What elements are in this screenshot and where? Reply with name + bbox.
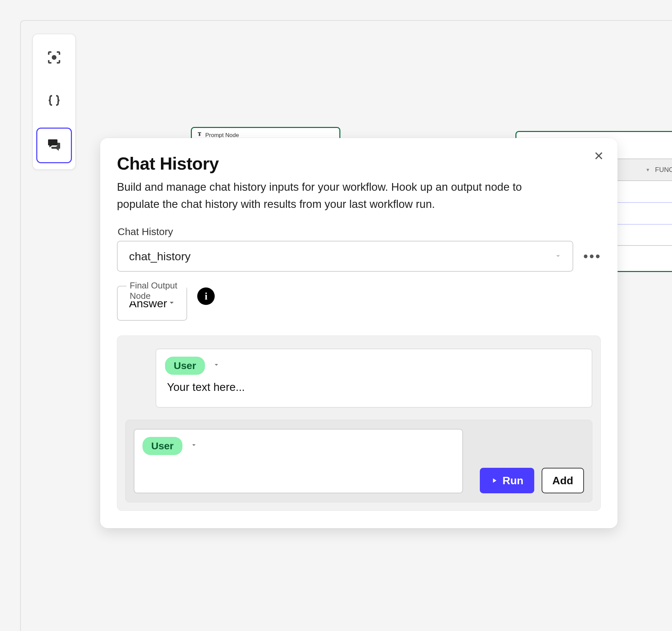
final-output-select[interactable]: Final Output Node Answer (117, 286, 187, 321)
info-icon: i (205, 291, 207, 302)
svg-point-0 (52, 55, 56, 60)
role-dropdown-button[interactable] (190, 441, 198, 451)
message-card[interactable]: User Your text here... (155, 349, 592, 408)
final-output-label: Final Output Node (126, 280, 187, 301)
chat-history-label: Chat History (118, 226, 601, 237)
message-input-field[interactable]: User (134, 429, 463, 493)
add-button[interactable]: Add (542, 468, 584, 493)
focus-icon (46, 49, 62, 67)
final-output-info-button[interactable]: i (197, 287, 215, 305)
run-label: Run (503, 475, 524, 487)
panel-title: Chat History (117, 153, 601, 174)
panel-description: Build and manage chat history inputs for… (117, 178, 560, 212)
message-text[interactable]: Your text here... (165, 381, 583, 394)
chat-history-select[interactable]: chat_history (117, 241, 573, 272)
role-dropdown-button[interactable] (212, 361, 220, 371)
braces-icon (46, 93, 62, 110)
bg-prompt-label: Prompt Node (205, 132, 239, 139)
messages-area: User Your text here... User (117, 335, 601, 511)
app-stage: Prompt Node ▾ FUNCTION_CALL ndition (0, 0, 672, 631)
focus-tool-button[interactable] (36, 40, 72, 76)
chat-history-panel: ✕ Chat History Build and manage chat his… (100, 138, 618, 528)
close-icon: ✕ (594, 149, 604, 163)
chat-history-more-button[interactable]: ••• (583, 249, 601, 264)
add-label: Add (552, 475, 573, 487)
role-pill: User (142, 437, 183, 455)
message-input-block: User Run Add (125, 420, 592, 502)
chevron-down-icon: ▾ (646, 167, 649, 173)
chat-tool-button[interactable] (36, 128, 72, 163)
braces-tool-button[interactable] (36, 84, 72, 120)
chat-history-value: chat_history (129, 250, 191, 263)
play-icon (490, 475, 498, 487)
left-toolbar (32, 33, 76, 170)
chat-icon (46, 137, 62, 154)
more-horizontal-icon: ••• (583, 249, 601, 263)
run-button[interactable]: Run (480, 468, 534, 493)
chevron-down-icon (554, 250, 562, 263)
close-button[interactable]: ✕ (591, 149, 606, 163)
bg-func-label: FUNCTION_CALL (655, 166, 672, 174)
role-pill: User (165, 357, 205, 375)
